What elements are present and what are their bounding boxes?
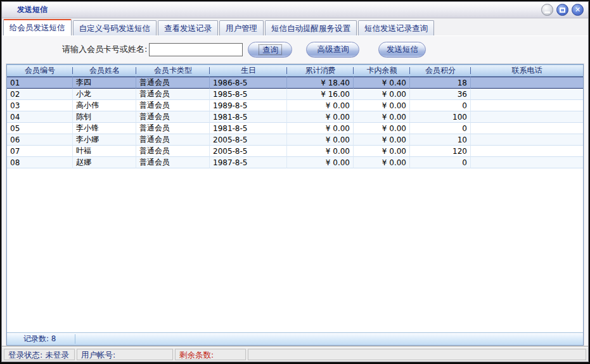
send-sms-button-label: 发送短信 xyxy=(387,44,418,55)
table-cell: 1986-8-5 xyxy=(210,77,287,89)
send-sms-button[interactable]: 发送短信 xyxy=(378,42,426,58)
table-cell: 普通会员 xyxy=(136,134,210,146)
table-row[interactable]: 07叶福普通会员2005-8-5¥ 0.00¥ 0.00120 xyxy=(7,146,583,157)
tab-1[interactable]: 给会员发送短信 xyxy=(3,19,72,35)
column-header[interactable]: 会员积分 xyxy=(410,65,471,77)
table-cell xyxy=(471,111,583,123)
minimize-icon xyxy=(544,11,550,13)
table-row[interactable]: 02小龙普通会员1985-8-5¥ 16.00¥ 0.0036 xyxy=(7,89,583,100)
tab-3[interactable]: 查看发送记录 xyxy=(158,20,218,35)
table-row[interactable]: 05李小锋普通会员1981-8-5¥ 0.00¥ 0.000 xyxy=(7,123,583,134)
table-cell xyxy=(471,146,583,157)
table-cell: 1985-8-5 xyxy=(210,89,287,100)
table-cell: 0 xyxy=(410,123,471,134)
table-cell: 普通会员 xyxy=(136,146,210,157)
table-cell: 08 xyxy=(7,157,73,168)
record-count-bar: 记录数: 8 xyxy=(7,332,583,345)
table-cell: 03 xyxy=(7,100,73,111)
table-cell: ¥ 0.00 xyxy=(354,134,410,146)
column-header[interactable]: 卡内余额 xyxy=(354,65,410,77)
table-cell: ¥ 0.00 xyxy=(354,100,410,111)
user-account-panel: 用户帐号: xyxy=(77,349,173,360)
table-cell: ¥ 0.00 xyxy=(287,134,354,146)
table-cell: 李四 xyxy=(73,77,136,89)
table-cell: ¥ 0.00 xyxy=(354,157,410,168)
column-header[interactable]: 会员卡类型 xyxy=(136,65,210,77)
close-icon: ✕ xyxy=(575,6,580,13)
column-header[interactable]: 会员姓名 xyxy=(73,65,136,77)
maximize-icon xyxy=(560,8,565,13)
column-header[interactable]: 生日 xyxy=(210,65,287,77)
window-title: 发送短信 xyxy=(17,4,48,15)
table-row[interactable]: 03高小伟普通会员1989-8-5¥ 0.00¥ 0.000 xyxy=(7,100,583,111)
query-button-label: 查询 xyxy=(259,44,282,55)
table-cell: ¥ 0.00 xyxy=(354,123,410,134)
table-cell xyxy=(471,77,583,89)
table-cell: 1981-8-5 xyxy=(210,123,287,134)
tab-5[interactable]: 短信自动提醒服务设置 xyxy=(265,20,357,35)
remaining-count-panel: 剩余条数: xyxy=(175,349,246,360)
tab-6[interactable]: 短信发送记录查询 xyxy=(358,20,434,35)
table-cell: 普通会员 xyxy=(136,123,210,134)
minimize-button[interactable] xyxy=(541,4,553,16)
table-cell: ¥ 0.00 xyxy=(287,111,354,123)
table-cell: ¥ 0.00 xyxy=(287,146,354,157)
table-cell: 普通会员 xyxy=(136,77,210,89)
table-body: 01李四普通会员1986-8-5¥ 18.40¥ 0.401802小龙普通会员1… xyxy=(7,77,583,168)
table-cell: 小龙 xyxy=(73,89,136,100)
table-cell: ¥ 16.00 xyxy=(287,89,354,100)
table-cell: ¥ 0.00 xyxy=(354,89,410,100)
close-button[interactable]: ✕ xyxy=(572,4,584,16)
table-cell: 2005-8-5 xyxy=(210,146,287,157)
table-cell: ¥ 18.40 xyxy=(287,77,354,89)
table-cell: 高小伟 xyxy=(73,100,136,111)
query-button[interactable]: 查询 xyxy=(248,42,292,58)
table-cell xyxy=(471,123,583,134)
window-frame: 发送短信 ✕ 给会员发送短信自定义号码发送短信查看发送记录用户管理短信自动提醒服… xyxy=(1,1,589,362)
table-cell: 1981-8-5 xyxy=(210,111,287,123)
table-cell: 普通会员 xyxy=(136,100,210,111)
table-header-row: 会员编号会员姓名会员卡类型生日累计消费卡内余额会员积分联系电话 xyxy=(7,65,583,77)
table-cell: 04 xyxy=(7,111,73,123)
maximize-button[interactable] xyxy=(556,4,568,16)
table-row[interactable]: 04陈钊普通会员1981-8-5¥ 0.00¥ 0.00100 xyxy=(7,111,583,123)
table-row[interactable]: 06李小娜普通会员2005-8-5¥ 0.00¥ 0.0010 xyxy=(7,134,583,146)
tab-2[interactable]: 自定义号码发送短信 xyxy=(73,20,157,35)
app-window: 发送短信 ✕ 给会员发送短信自定义号码发送短信查看发送记录用户管理短信自动提醒服… xyxy=(0,0,590,364)
search-input[interactable] xyxy=(149,43,243,56)
content-area: 请输入会员卡号或姓名: 查询 高级查询 发送短信 会员编号会员姓名会员卡类型生日… xyxy=(2,35,588,347)
search-label: 请输入会员卡号或姓名: xyxy=(62,44,147,55)
search-row: 请输入会员卡号或姓名: 查询 高级查询 发送短信 xyxy=(6,36,584,63)
table-cell: 陈钊 xyxy=(73,111,136,123)
table-cell: 120 xyxy=(410,146,471,157)
table-cell: ¥ 0.00 xyxy=(287,123,354,134)
login-status-panel: 登录状态: 未登录 xyxy=(4,349,75,360)
record-count-label: 记录数: 8 xyxy=(23,334,56,344)
table-cell: ¥ 0.00 xyxy=(354,146,410,157)
member-grid: 会员编号会员姓名会员卡类型生日累计消费卡内余额会员积分联系电话 01李四普通会员… xyxy=(6,64,584,346)
table-cell xyxy=(471,89,583,100)
table-row[interactable]: 01李四普通会员1986-8-5¥ 18.40¥ 0.4018 xyxy=(7,77,583,89)
table-cell: 普通会员 xyxy=(136,111,210,123)
table-cell: 叶福 xyxy=(73,146,136,157)
table-cell: 02 xyxy=(7,89,73,100)
table-cell xyxy=(471,134,583,146)
column-header[interactable]: 联系电话 xyxy=(471,65,583,77)
table-cell xyxy=(471,100,583,111)
table-cell: ¥ 0.00 xyxy=(287,100,354,111)
table-cell: 赵娜 xyxy=(73,157,136,168)
status-bar: 登录状态: 未登录用户帐号:剩余条数: xyxy=(2,347,588,361)
table-cell: ¥ 0.00 xyxy=(287,157,354,168)
tab-bar: 给会员发送短信自定义号码发送短信查看发送记录用户管理短信自动提醒服务设置短信发送… xyxy=(2,18,588,35)
column-header[interactable]: 会员编号 xyxy=(7,65,73,77)
table-cell: 李小娜 xyxy=(73,134,136,146)
table-cell: 100 xyxy=(410,111,471,123)
advanced-query-button[interactable]: 高级查询 xyxy=(306,42,359,58)
table-cell: ¥ 0.00 xyxy=(354,111,410,123)
table-cell: 05 xyxy=(7,123,73,134)
column-header[interactable]: 累计消费 xyxy=(287,65,354,77)
tab-4[interactable]: 用户管理 xyxy=(219,20,264,35)
status-spacer-panel xyxy=(248,349,586,360)
record-bar-divider xyxy=(75,334,75,344)
table-row[interactable]: 08赵娜普通会员1987-8-5¥ 0.00¥ 0.000 xyxy=(7,157,583,168)
